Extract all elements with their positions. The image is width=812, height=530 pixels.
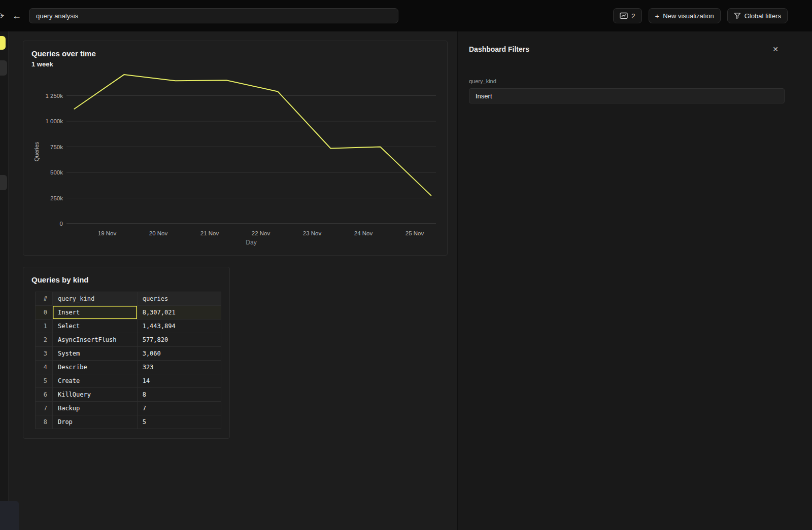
visualization-icon <box>620 12 628 19</box>
queries-count-cell[interactable]: 3,060 <box>137 347 221 361</box>
query-kind-cell[interactable]: KillQuery <box>52 388 137 402</box>
app-window: ⟳ ← 2 + New visualization <box>0 0 812 530</box>
svg-text:0: 0 <box>60 221 63 227</box>
query-kind-filter-input[interactable]: Insert <box>469 88 785 103</box>
funnel-icon <box>734 12 741 19</box>
table-title: Queries by kind <box>31 274 221 286</box>
queries-count-cell[interactable]: 1,443,894 <box>137 320 221 333</box>
table-row: 4Describe323 <box>36 361 221 374</box>
row-index-cell: 7 <box>36 402 53 415</box>
row-index-cell: 2 <box>36 333 53 347</box>
bottom-left-panel[interactable] <box>0 501 19 530</box>
svg-text:1 000k: 1 000k <box>45 118 63 124</box>
query-kind-cell[interactable]: Backup <box>52 402 137 415</box>
row-index-cell: 3 <box>36 347 53 361</box>
svg-text:Day: Day <box>246 239 256 246</box>
queries-count-cell[interactable]: 8 <box>137 388 221 402</box>
queries-by-kind-card: Queries by kind # query_kind queries 0In… <box>23 267 230 439</box>
svg-text:24 Nov: 24 Nov <box>354 230 373 236</box>
global-filters-button[interactable]: Global filters <box>727 8 788 23</box>
chart-subtitle: 1 week <box>31 59 439 69</box>
visualization-count-button[interactable]: 2 <box>613 8 641 23</box>
table-header-row: # query_kind queries <box>36 292 221 306</box>
row-index-cell: 5 <box>36 374 53 388</box>
row-index-cell: 1 <box>36 320 53 333</box>
dashboard-title-input[interactable] <box>29 8 398 23</box>
svg-text:750k: 750k <box>50 144 63 150</box>
table-row: 2AsyncInsertFlush577,820 <box>36 333 221 347</box>
table-row: 3System3,060 <box>36 347 221 361</box>
row-index-cell: 8 <box>36 415 53 429</box>
svg-text:19 Nov: 19 Nov <box>98 230 117 236</box>
svg-text:250k: 250k <box>50 195 63 201</box>
query-kind-cell[interactable]: Describe <box>52 361 137 374</box>
left-rail <box>0 31 9 530</box>
filters-panel-title: Dashboard Filters <box>469 45 529 53</box>
row-index-cell: 6 <box>36 388 53 402</box>
back-button[interactable]: ← <box>10 11 24 21</box>
dashboard-filters-panel: Dashboard Filters ✕ query_kind Insert <box>457 31 812 530</box>
dashboard-content: Queries over time 1 week 0250k500k750k1 … <box>9 31 457 530</box>
row-index-cell: 0 <box>36 306 53 320</box>
new-visualization-button[interactable]: + New visualization <box>649 8 721 23</box>
plus-icon: + <box>655 12 660 20</box>
col-header-query-kind: query_kind <box>52 292 137 306</box>
rail-item[interactable] <box>0 60 7 76</box>
table-row: 1Select1,443,894 <box>36 320 221 333</box>
queries-over-time-card: Queries over time 1 week 0250k500k750k1 … <box>23 41 448 256</box>
query-kind-cell[interactable]: Insert <box>52 306 137 320</box>
queries-count-cell[interactable]: 323 <box>137 361 221 374</box>
close-icon[interactable]: ✕ <box>770 44 781 55</box>
svg-text:21 Nov: 21 Nov <box>200 230 219 236</box>
svg-text:23 Nov: 23 Nov <box>303 230 322 236</box>
top-bar: ⟳ ← 2 + New visualization <box>0 0 812 31</box>
topbar-actions: 2 + New visualization Global filters <box>613 8 788 23</box>
svg-text:25 Nov: 25 Nov <box>405 230 424 236</box>
queries-line-chart: 0250k500k750k1 000k1 250k19 Nov20 Nov21 … <box>31 72 440 248</box>
svg-text:22 Nov: 22 Nov <box>252 230 270 236</box>
table-row: 0Insert8,307,021 <box>36 306 221 320</box>
svg-text:20 Nov: 20 Nov <box>149 230 168 236</box>
rail-item[interactable] <box>0 175 7 190</box>
svg-text:1 250k: 1 250k <box>45 93 63 99</box>
filter-field-label: query_kind <box>469 78 801 84</box>
row-index-cell: 4 <box>36 361 53 374</box>
table-row: 6KillQuery8 <box>36 388 221 402</box>
rail-item-active[interactable] <box>0 36 6 50</box>
chart-title: Queries over time <box>31 48 439 59</box>
query-kind-cell[interactable]: Drop <box>52 415 137 429</box>
col-header-index: # <box>36 292 53 306</box>
new-visualization-label: New visualization <box>663 12 714 20</box>
queries-count-cell[interactable]: 14 <box>137 374 221 388</box>
queries-count-cell[interactable]: 8,307,021 <box>137 306 221 320</box>
query-kind-cell[interactable]: AsyncInsertFlush <box>52 333 137 347</box>
table-row: 7Backup7 <box>36 402 221 415</box>
queries-count-cell[interactable]: 7 <box>137 402 221 415</box>
global-filters-label: Global filters <box>745 12 781 20</box>
table-row: 8Drop5 <box>36 415 221 429</box>
queries-table: # query_kind queries 0Insert8,307,0211Se… <box>35 292 221 429</box>
svg-text:500k: 500k <box>50 169 63 175</box>
queries-count-cell[interactable]: 577,820 <box>137 333 221 347</box>
query-kind-cell[interactable]: System <box>52 347 137 361</box>
visualization-count: 2 <box>631 12 635 20</box>
table-row: 5Create14 <box>36 374 221 388</box>
queries-count-cell[interactable]: 5 <box>137 415 221 429</box>
svg-text:Queries: Queries <box>33 142 40 161</box>
query-kind-cell[interactable]: Select <box>52 320 137 333</box>
queries-table-body: 0Insert8,307,0211Select1,443,8942AsyncIn… <box>36 306 221 429</box>
query-kind-cell[interactable]: Create <box>52 374 137 388</box>
col-header-queries: queries <box>137 292 221 306</box>
history-icon[interactable]: ⟳ <box>0 11 10 21</box>
